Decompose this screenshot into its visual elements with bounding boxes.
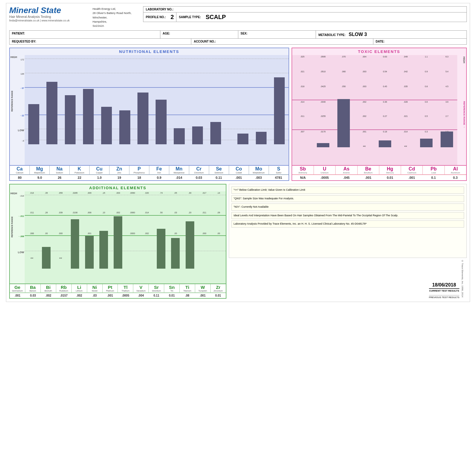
additional-bars-flex xyxy=(25,196,226,269)
val-fe: 0.9 xyxy=(149,175,169,180)
brand-title: Mineral State xyxy=(9,6,93,15)
element-as: As Arsenic xyxy=(336,166,357,174)
element-tl: Tl Thallium xyxy=(118,284,133,292)
note-na: "N/A": Currently Not Available xyxy=(231,203,464,211)
add-scale-014: ·.014 xyxy=(19,195,24,197)
low-label: LOW xyxy=(18,129,24,132)
val-be: .001 xyxy=(357,175,379,180)
bar-ba-rect xyxy=(42,247,51,269)
age-label: AGE: xyxy=(160,31,238,38)
additional-bars-area: .014 .39 .059 .0285 .009 .15 .003 .0090 … xyxy=(25,191,226,284)
additional-y-labels: HIGH ·.014 →.011 →.006 LOW REFERENCE RAN… xyxy=(10,191,25,284)
additional-section: ADDITIONAL ELEMENTS HIGH ·.014 →.011 →.0… xyxy=(9,184,226,299)
val-ba: 0.03 xyxy=(25,293,41,298)
element-zr: Zr Zirconium xyxy=(211,284,226,292)
right-panel: "<<" Below Calibration Limit; Value Give… xyxy=(229,184,467,299)
element-sb: Sb Antimony xyxy=(292,166,314,174)
element-mo: Mo Molybdenum xyxy=(249,166,269,174)
element-ca: Ca Calcium xyxy=(10,166,30,174)
val-w: .001 xyxy=(195,293,210,298)
val-p: 18 xyxy=(129,175,149,180)
high-label: HIGH xyxy=(10,56,17,59)
add-scale-006: →.006 xyxy=(18,235,24,237)
add-low-label: LOW xyxy=(18,251,24,254)
element-sr: Sr Strontium xyxy=(149,284,164,292)
previous-label: PREVIOUS TEST RESULTS xyxy=(429,295,459,299)
bar-pt xyxy=(111,196,125,269)
element-cr: Cr Chromium xyxy=(189,166,209,174)
element-cu: Cu Copper xyxy=(90,166,109,174)
main-sections: NUTRITIONAL ELEMENTS HIGH ·172 ·135 →97 … xyxy=(9,48,467,181)
val-s: 4781 xyxy=(269,175,289,180)
toxic-bars-area: .025 .0595 .070 .004 0.63 .049 1.1 6.3 .… xyxy=(292,55,457,165)
logo-contact: linda@mineralstate.co.uk | www.mineralst… xyxy=(9,19,93,22)
bar-fe xyxy=(152,55,170,144)
lab-no-row: LABORATORY NO.: xyxy=(143,7,466,12)
toxic-section: TOXIC ELEMENTS .025 .0595 .070 .004 0.63… xyxy=(292,48,467,181)
page: Mineral State Hair Mineral Analysis Test… xyxy=(6,3,470,302)
nutritional-section: NUTRITIONAL ELEMENTS HIGH ·172 ·135 →97 … xyxy=(9,48,289,181)
bar-cu-rect xyxy=(101,107,112,144)
date-label: DATE: xyxy=(373,39,466,44)
bar-mo-rect xyxy=(256,132,267,144)
bar-cr xyxy=(188,55,206,144)
val-ni: .03 xyxy=(87,293,102,298)
element-cd: Cd Cadmium xyxy=(401,166,423,174)
bar-pb-rect xyxy=(420,139,433,148)
val-cu: 1.0 xyxy=(90,175,109,180)
bar-mg xyxy=(43,55,61,144)
sample-type-label: SAMPLE TYPE: xyxy=(176,12,203,22)
bar-mo xyxy=(252,55,270,144)
current-label: CURRENT TEST RESULTS xyxy=(429,289,459,292)
bar-ni xyxy=(96,196,111,269)
date-copyright-area: 18/06/2018 CURRENT TEST RESULTS PREVIOUS… xyxy=(229,260,467,299)
bar-cd xyxy=(395,60,416,147)
element-w: W Tungsten xyxy=(195,284,211,292)
element-se: Se Selenium xyxy=(209,166,229,174)
val-hg: 0.01 xyxy=(379,175,401,180)
bar-k-rect xyxy=(83,89,94,144)
bar-zn-rect xyxy=(119,110,130,144)
bar-sn xyxy=(168,196,183,269)
bar-ti xyxy=(183,196,197,269)
val-li: .002 xyxy=(71,293,87,298)
nutritional-y-labels: HIGH ·172 ·135 →97 →22 LOW ·-5 REFERENCE… xyxy=(10,55,25,165)
element-mn: Mn Manganese xyxy=(169,166,189,174)
bars-flex xyxy=(25,55,289,144)
note-ideal: Ideal Levels And Interpretation Have Bee… xyxy=(231,212,464,219)
val-cr: 0.03 xyxy=(189,175,209,180)
val-ge: .001 xyxy=(10,293,25,298)
bar-u xyxy=(313,60,333,147)
element-fe: Fe Iron xyxy=(149,166,169,174)
bar-mg-rect xyxy=(46,82,57,144)
toxic-values-row: N/A .0005 .045 .001 0.01 .001 0.1 0.3 xyxy=(292,174,466,180)
patient-row-2: REQUESTED BY: ACCOUNT NO.: DATE: xyxy=(10,39,466,44)
element-ba: Ba Barium xyxy=(25,284,41,292)
element-li: Li Lithium xyxy=(72,284,87,292)
bar-na xyxy=(61,55,79,144)
element-ni: Ni Nickel xyxy=(87,284,103,292)
val-mo: .003 xyxy=(249,175,269,180)
account-no-label: ACCOUNT NO.: xyxy=(191,39,373,44)
val-zn: 19 xyxy=(109,175,129,180)
bar-ti-rect xyxy=(186,221,194,269)
val-as: .045 xyxy=(336,175,357,180)
add-ref-label: REFERENCE RANGE xyxy=(11,215,13,239)
bars-area xyxy=(25,55,289,165)
val-v: .004 xyxy=(133,293,149,298)
metabolic-type-label: METABOLIC TYPE: SLOW 3 xyxy=(316,31,466,38)
val-ti: .08 xyxy=(179,293,195,298)
toxic-elements-row: Sb Antimony U Uranium As Arsenic Be Bery… xyxy=(292,165,466,174)
bar-gap xyxy=(225,55,234,144)
val-k: 22 xyxy=(70,175,90,180)
patient-label: PATIENT: xyxy=(10,31,160,38)
toxic-high-label: HIGH xyxy=(463,57,466,63)
toxic-bars-flex xyxy=(292,60,457,147)
val-mn: .014 xyxy=(169,175,189,180)
element-ge: Ge Germanium xyxy=(10,284,25,292)
bar-as-rect xyxy=(337,99,350,147)
add-high-label: HIGH xyxy=(10,192,17,195)
bar-sn-rect xyxy=(171,238,180,269)
bar-cu xyxy=(98,55,116,144)
bar-ba xyxy=(39,196,53,269)
